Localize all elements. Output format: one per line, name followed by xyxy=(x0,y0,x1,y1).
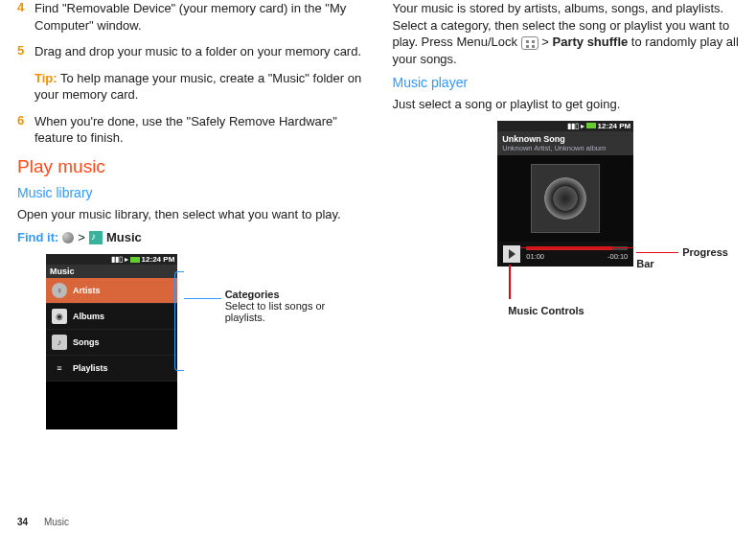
network-icon: ▸ xyxy=(125,255,128,264)
artist-album: Unknown Artist, Unknown album xyxy=(502,144,629,152)
library-body: Open your music library, then select wha… xyxy=(17,206,364,223)
launcher-icon xyxy=(62,232,74,243)
callout-categories: Categories Select to list songs or playl… xyxy=(225,289,364,323)
step-number: 6 xyxy=(17,113,34,147)
callout-music-controls: Music Controls xyxy=(508,303,584,316)
subheading-music-library: Music library xyxy=(17,185,364,200)
callout-label: Music Controls xyxy=(508,305,584,316)
tip-label: Tip: xyxy=(34,71,57,85)
time-elapsed: 01:00 xyxy=(526,252,544,261)
section-name: Music xyxy=(44,517,69,527)
network-icon: ▸ xyxy=(581,122,584,130)
party-shuffle: Party shuffle xyxy=(553,35,629,49)
player-controls-row: 01:00 -00:10 xyxy=(497,242,633,266)
category-label: Songs xyxy=(73,337,100,347)
battery-icon xyxy=(586,123,596,128)
category-albums[interactable]: ◉ Albums xyxy=(46,304,177,330)
callout-line-progress xyxy=(520,247,633,249)
page-footer: 34 Music xyxy=(17,517,69,527)
menu-lock-key-icon xyxy=(521,36,538,50)
heading-play-music: Play music xyxy=(17,156,364,177)
callout-line xyxy=(184,298,221,299)
player-body: Just select a song or playlist to get go… xyxy=(393,96,740,113)
intro-part-b: > xyxy=(541,35,552,49)
step-number: 4 xyxy=(17,0,34,34)
time-row: 01:00 -00:10 xyxy=(526,252,628,261)
find-it-label: Find it: xyxy=(17,230,58,244)
battery-icon xyxy=(130,257,140,263)
callout-line-controls xyxy=(509,265,511,299)
category-label: Artists xyxy=(73,286,101,295)
album-art xyxy=(531,164,600,233)
status-bar: ▮▮▯ ▸ 12:24 PM xyxy=(46,254,177,265)
disc-icon xyxy=(544,177,586,220)
player-phone-figure: ▮▮▯ ▸ 12:24 PM Unknown Song Unknown Arti… xyxy=(393,121,740,266)
right-intro: Your music is stored by artists, albums,… xyxy=(393,0,740,67)
subheading-music-player: Music player xyxy=(393,75,740,90)
page-number: 34 xyxy=(17,517,28,527)
screen-title: Music xyxy=(46,265,177,278)
step-5: 5 Drag and drop your music to a folder o… xyxy=(17,43,364,60)
signal-icon: ▮▮▯ xyxy=(111,255,123,264)
play-icon xyxy=(509,249,515,259)
music-app-icon xyxy=(89,231,103,244)
category-artists[interactable]: ♀ Artists xyxy=(46,278,177,304)
right-column: Your music is stored by artists, albums,… xyxy=(393,0,740,429)
find-app-name: Music xyxy=(106,230,142,244)
find-sep: > xyxy=(78,230,85,244)
phone-player: ▮▮▯ ▸ 12:24 PM Unknown Song Unknown Arti… xyxy=(497,121,633,266)
status-bar: ▮▮▯ ▸ 12:24 PM xyxy=(497,121,633,131)
tip-block: Tip: To help manage your music, create a… xyxy=(34,70,364,104)
step-text: Drag and drop your music to a folder on … xyxy=(34,43,364,60)
playlists-icon: ≡ xyxy=(52,360,67,376)
song-title: Unknown Song xyxy=(502,134,629,144)
signal-icon: ▮▮▯ xyxy=(567,122,579,130)
callout-bracket xyxy=(174,271,184,371)
callout-line xyxy=(636,252,678,253)
step-4: 4 Find "Removable Device" (your memory c… xyxy=(17,0,364,34)
phone-library: ▮▮▯ ▸ 12:24 PM Music ♀ Artists ◉ Albums … xyxy=(46,254,177,429)
category-songs[interactable]: ♪ Songs xyxy=(46,330,177,356)
step-text: When you're done, use the "Safely Remove… xyxy=(34,113,364,147)
album-art-area xyxy=(497,155,633,242)
category-label: Playlists xyxy=(73,363,108,373)
progress-column: 01:00 -00:10 xyxy=(526,246,628,261)
step-6: 6 When you're done, use the "Safely Remo… xyxy=(17,113,364,147)
callout-progress-bar: Progress Bar xyxy=(636,246,739,269)
callout-body: Select to list songs or playlists. xyxy=(225,300,364,323)
songs-icon: ♪ xyxy=(52,335,67,350)
tip-text: To help manage your music, create a "Mus… xyxy=(34,71,361,103)
artists-icon: ♀ xyxy=(52,283,67,298)
status-time: 12:24 PM xyxy=(598,122,631,130)
callout-label: Progress Bar xyxy=(636,246,728,269)
play-button[interactable] xyxy=(503,245,520,263)
library-phone-figure: ▮▮▯ ▸ 12:24 PM Music ♀ Artists ◉ Albums … xyxy=(46,254,364,429)
callout-title: Categories xyxy=(225,289,364,300)
step-number: 5 xyxy=(17,43,34,60)
step-text: Find "Removable Device" (your memory car… xyxy=(34,0,364,34)
category-label: Albums xyxy=(73,312,104,321)
time-remaining: -00:10 xyxy=(607,252,628,261)
now-playing-header: Unknown Song Unknown Artist, Unknown alb… xyxy=(497,131,633,155)
phone-empty-area xyxy=(46,382,177,429)
status-time: 12:24 PM xyxy=(142,255,175,264)
albums-icon: ◉ xyxy=(52,309,67,324)
category-playlists[interactable]: ≡ Playlists xyxy=(46,356,177,382)
find-it-line: Find it: > Music xyxy=(17,230,364,244)
left-column: 4 Find "Removable Device" (your memory c… xyxy=(17,0,364,429)
